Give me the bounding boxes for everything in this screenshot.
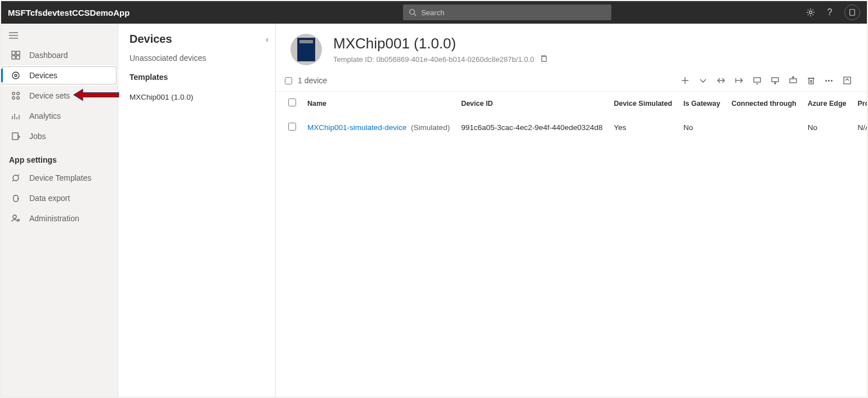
device-name-link[interactable]: MXChip001-simulated-device: [307, 123, 406, 132]
svg-rect-3: [850, 10, 855, 16]
svg-rect-7: [12, 51, 15, 55]
nav-item-label: Devices: [29, 71, 57, 80]
cell-device-id: 991c6a05-3cac-4ec2-9e4f-440ede0324d8: [455, 115, 608, 140]
search-input[interactable]: [421, 8, 606, 17]
template-id-label: Template ID: 0b056869-401e-40e6-b014-026…: [333, 55, 534, 64]
svg-point-12: [15, 74, 17, 77]
col-gateway[interactable]: Is Gateway: [678, 92, 726, 115]
svg-point-25: [18, 220, 20, 221]
device-title: MXChip001 (1.0.0): [333, 35, 548, 52]
fullscreen-icon[interactable]: [842, 75, 852, 86]
svg-rect-26: [542, 57, 547, 62]
nav-item-device-templates[interactable]: Device Templates: [1, 168, 118, 188]
svg-point-13: [12, 92, 15, 95]
collapse-button[interactable]: ‹: [266, 35, 269, 44]
administration-icon: [9, 214, 23, 223]
col-azure-edge[interactable]: Azure Edge: [802, 92, 852, 115]
secondary-heading: Devices: [129, 33, 264, 46]
data-export-icon: [9, 194, 23, 203]
table-row[interactable]: MXChip001-simulated-device (Simulated) 9…: [283, 115, 867, 140]
devices-icon: [9, 71, 23, 80]
dashboard-icon: [9, 51, 23, 60]
svg-rect-9: [12, 56, 15, 59]
nav-item-label: Device sets: [29, 91, 70, 100]
svg-rect-42: [844, 77, 851, 84]
cell-connected: [726, 115, 802, 140]
svg-point-11: [12, 72, 19, 79]
move-right-icon[interactable]: [734, 75, 744, 86]
svg-marker-17: [74, 90, 119, 101]
svg-rect-36: [790, 79, 797, 83]
nav-item-dashboard[interactable]: Dashboard: [1, 45, 118, 65]
unassociated-devices-link[interactable]: Unassociated devices: [129, 53, 264, 62]
dropdown-button[interactable]: [698, 75, 708, 86]
nav-item-analytics[interactable]: Analytics: [1, 106, 118, 126]
svg-point-16: [17, 97, 20, 100]
device-grid: Name Device ID Device Simulated Is Gatew…: [276, 92, 867, 140]
svg-rect-34: [772, 78, 778, 82]
nav-item-label: Analytics: [29, 111, 61, 120]
add-button[interactable]: [680, 75, 690, 86]
app-title: MSFTcfsdevtestCCSDemoApp: [8, 8, 129, 17]
nav-item-label: Dashboard: [29, 51, 68, 60]
nav-item-device-sets[interactable]: Device sets: [1, 86, 118, 106]
search-box[interactable]: [403, 5, 611, 20]
svg-point-15: [12, 97, 15, 100]
nav-item-devices[interactable]: Devices: [1, 65, 118, 86]
svg-rect-8: [16, 51, 20, 55]
template-item[interactable]: MXChip001 (1.0.0): [127, 90, 264, 105]
device-count-label: 1 device: [298, 76, 327, 85]
nav-item-jobs[interactable]: Jobs: [1, 126, 118, 146]
hamburger-button[interactable]: [1, 27, 118, 45]
move-left-icon[interactable]: [716, 75, 726, 86]
cell-azure-edge: No: [802, 115, 852, 140]
svg-rect-22: [12, 133, 18, 140]
callout-arrow: [71, 88, 120, 104]
nav-item-data-export[interactable]: Data export: [1, 188, 118, 208]
account-button[interactable]: [844, 5, 860, 20]
select-all-checkbox[interactable]: [285, 77, 292, 84]
monitor-icon[interactable]: [752, 75, 762, 86]
nav-item-label: Device Templates: [29, 173, 91, 182]
simulated-tag: (Simulated): [411, 123, 450, 132]
col-provisioning[interactable]: Provisioning Stat: [852, 92, 867, 115]
delete-icon[interactable]: [806, 75, 816, 86]
nav-section-app-settings: App settings: [1, 146, 118, 168]
main-content: MXChip001 (1.0.0) Template ID: 0b056869-…: [276, 24, 867, 397]
svg-rect-10: [16, 56, 20, 59]
row-checkbox[interactable]: [288, 123, 296, 131]
col-simulated[interactable]: Device Simulated: [609, 92, 678, 115]
toolbar: 1 device •••: [276, 71, 867, 92]
copy-icon[interactable]: [540, 55, 548, 64]
cell-simulated: Yes: [609, 115, 678, 140]
jobs-icon: [9, 132, 23, 141]
col-device-id[interactable]: Device ID: [455, 92, 608, 115]
cell-gateway: No: [678, 115, 726, 140]
svg-point-14: [17, 92, 20, 95]
nav-item-label: Jobs: [29, 132, 46, 141]
device-image: [290, 34, 322, 65]
secondary-pane: Devices ‹ Unassociated devices Templates…: [118, 24, 276, 397]
nav-item-label: Data export: [29, 194, 70, 203]
svg-rect-32: [754, 78, 760, 82]
monitor-up-icon[interactable]: [788, 75, 798, 86]
col-connected[interactable]: Connected through: [726, 92, 802, 115]
more-icon[interactable]: •••: [824, 75, 834, 86]
settings-icon[interactable]: [806, 8, 815, 17]
nav-item-administration[interactable]: Administration: [1, 208, 118, 229]
svg-point-0: [410, 10, 415, 15]
col-name[interactable]: Name: [302, 92, 455, 115]
svg-point-23: [13, 175, 19, 181]
search-icon: [409, 8, 417, 16]
topbar: MSFTcfsdevtestCCSDemoApp ?: [1, 1, 867, 24]
svg-point-24: [13, 215, 16, 218]
nav-item-label: Administration: [29, 214, 79, 223]
help-icon[interactable]: ?: [825, 8, 834, 17]
svg-rect-38: [809, 78, 813, 84]
device-templates-icon: [9, 173, 23, 182]
cell-provisioning: N/A: [852, 115, 867, 140]
svg-line-1: [414, 14, 417, 16]
templates-heading: Templates: [129, 73, 264, 82]
monitor-down-icon[interactable]: [770, 75, 780, 86]
header-checkbox[interactable]: [288, 99, 296, 106]
